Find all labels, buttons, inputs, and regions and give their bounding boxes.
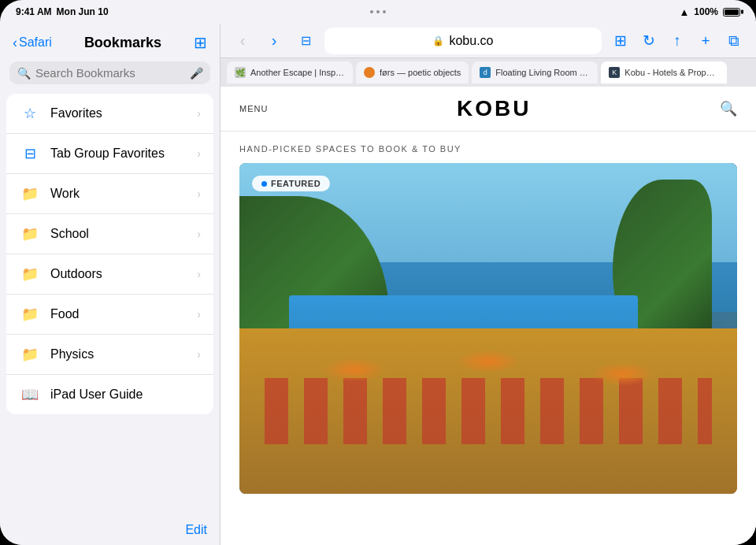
- search-bar[interactable]: 🔍 🎤: [9, 61, 210, 84]
- search-input[interactable]: [35, 66, 185, 80]
- tab-label-4: Kobu - Hotels & Propert...: [624, 68, 719, 77]
- sidebar-toggle-icon[interactable]: ⊞: [194, 33, 207, 52]
- wifi-icon: ▲: [679, 6, 689, 18]
- tab-item-2[interactable]: førs — poetic objects: [356, 61, 469, 83]
- item-label-food: Food: [50, 307, 187, 321]
- back-chevron-icon: ‹: [13, 35, 17, 51]
- battery-percent: 100%: [694, 6, 718, 17]
- back-nav-button[interactable]: ‹: [230, 28, 255, 54]
- featured-label: FEATURED: [271, 179, 321, 188]
- bookmark-item-tab-group[interactable]: ⊟ Tab Group Favorites ›: [6, 134, 213, 174]
- item-label-physics: Physics: [50, 347, 187, 361]
- umbrellas-layer: [265, 328, 713, 411]
- book-icon: 📖: [19, 384, 41, 406]
- folder-icon: 📁: [19, 263, 41, 285]
- sidebar: ‹ Safari Bookmarks ⊞ 🔍 🎤 ☆ Favorites: [0, 24, 220, 545]
- ipad-frame: 9:41 AM Mon Jun 10 ▲ 100% ‹ Safari: [0, 0, 756, 545]
- url-text: kobu.co: [449, 34, 493, 48]
- bookmark-item-school[interactable]: 📁 School ›: [6, 214, 213, 254]
- item-label-outdoors: Outdoors: [50, 267, 187, 281]
- tab-favicon-3: d: [480, 67, 491, 78]
- microphone-icon[interactable]: 🎤: [190, 67, 203, 80]
- item-label-work: Work: [50, 187, 187, 201]
- tab-overview-button[interactable]: ⊞: [608, 28, 633, 54]
- tab-favicon-2: [364, 67, 375, 78]
- site-search-icon[interactable]: 🔍: [720, 100, 737, 117]
- item-label-tabgroup: Tab Group Favorites: [50, 146, 187, 161]
- tab-item-3[interactable]: d Floating Living Room Se...: [472, 61, 598, 83]
- hero-section: HAND-PICKED SPACES TO BOOK & TO BUY FEAT…: [220, 132, 756, 500]
- item-label-school: School: [50, 227, 187, 241]
- chevron-icon: ›: [197, 107, 201, 120]
- tab-label-1: Another Escape | Inspir...: [250, 68, 345, 77]
- chevron-icon: ›: [197, 228, 201, 240]
- site-menu-label[interactable]: MENU: [239, 104, 268, 113]
- tab-item-4[interactable]: K Kobu - Hotels & Propert...: [601, 61, 727, 83]
- status-bar: 9:41 AM Mon Jun 10 ▲ 100%: [0, 0, 756, 24]
- dot3: [383, 10, 386, 13]
- item-label-ipad-guide: iPad User Guide: [50, 387, 201, 402]
- bookmark-item-work[interactable]: 📁 Work ›: [6, 174, 213, 214]
- tab-favicon-4: K: [609, 67, 620, 78]
- reader-view-button[interactable]: ⊟: [293, 28, 318, 54]
- share-button[interactable]: ↑: [665, 28, 690, 54]
- tab-item-1[interactable]: 🌿 Another Escape | Inspir...: [227, 61, 353, 83]
- bookmark-item-ipad-guide[interactable]: 📖 iPad User Guide: [6, 375, 213, 414]
- sidebar-footer: Edit: [0, 515, 220, 545]
- hero-tagline: HAND-PICKED SPACES TO BOOK & TO BUY: [239, 144, 737, 154]
- item-label-favorites: Favorites: [50, 106, 187, 120]
- browser-area: ‹ › ⊟ 🔒 kobu.co ⊞ ↻ ↑ + ⧉ 🌿: [220, 24, 756, 545]
- bookmark-list: ☆ Favorites › ⊟ Tab Group Favorites › 📁 …: [0, 91, 220, 515]
- tab-label-2: førs — poetic objects: [380, 68, 461, 77]
- sidebar-header: ‹ Safari Bookmarks ⊞: [0, 24, 220, 58]
- dot2: [376, 10, 380, 13]
- folder-icon: 📁: [19, 223, 41, 245]
- back-label: Safari: [19, 35, 52, 50]
- chevron-icon: ›: [197, 308, 201, 321]
- hero-image: FEATURED: [239, 163, 737, 494]
- tabs-bar: 🌿 Another Escape | Inspir... førs — poet…: [220, 58, 756, 87]
- chevron-icon: ›: [197, 187, 201, 200]
- bookmark-item-outdoors[interactable]: 📁 Outdoors ›: [6, 254, 213, 295]
- folder-icon: 📁: [19, 343, 41, 365]
- tab-favicon-1: 🌿: [235, 67, 246, 78]
- bookmark-section: ☆ Favorites › ⊟ Tab Group Favorites › 📁 …: [6, 94, 213, 414]
- folder-icon: 📁: [19, 303, 41, 325]
- battery-icon: [723, 8, 740, 17]
- new-tab-button[interactable]: +: [693, 28, 718, 54]
- star-icon: ☆: [19, 102, 41, 124]
- bookmark-item-physics[interactable]: 📁 Physics ›: [6, 335, 213, 375]
- tabs-button[interactable]: ⧉: [721, 28, 747, 54]
- address-bar[interactable]: 🔒 kobu.co: [324, 28, 602, 54]
- browser-toolbar: ‹ › ⊟ 🔒 kobu.co ⊞ ↻ ↑ + ⧉: [220, 24, 756, 58]
- toolbar-actions: ⊞ ↻ ↑ + ⧉: [608, 28, 747, 54]
- dot1: [370, 10, 373, 13]
- forward-nav-button[interactable]: ›: [261, 28, 287, 54]
- edit-button[interactable]: Edit: [185, 523, 207, 537]
- reload-button[interactable]: ↻: [636, 28, 662, 54]
- folder-icon: 📁: [19, 183, 41, 205]
- chevron-icon: ›: [197, 147, 201, 160]
- tab-group-icon: ⊟: [19, 143, 41, 165]
- status-time: 9:41 AM: [16, 6, 52, 17]
- site-logo: KOBU: [457, 96, 531, 121]
- chevron-icon: ›: [197, 268, 201, 280]
- tab-label-3: Floating Living Room Se...: [495, 68, 590, 77]
- status-date: Mon Jun 10: [57, 6, 109, 17]
- chevron-icon: ›: [197, 348, 201, 361]
- search-icon: 🔍: [17, 67, 31, 80]
- featured-dot: [261, 181, 267, 187]
- lock-icon: 🔒: [432, 35, 444, 46]
- featured-badge: FEATURED: [252, 176, 330, 191]
- sidebar-title: Bookmarks: [84, 35, 161, 51]
- bookmark-item-favorites[interactable]: ☆ Favorites ›: [6, 94, 213, 134]
- bookmark-item-food[interactable]: 📁 Food ›: [6, 295, 213, 335]
- web-content: MENU KOBU 🔍 HAND-PICKED SPACES TO BOOK &…: [220, 87, 756, 545]
- website-header: MENU KOBU 🔍: [220, 87, 756, 132]
- back-button[interactable]: ‹ Safari: [13, 35, 52, 51]
- main-content: ‹ Safari Bookmarks ⊞ 🔍 🎤 ☆ Favorites: [0, 24, 756, 545]
